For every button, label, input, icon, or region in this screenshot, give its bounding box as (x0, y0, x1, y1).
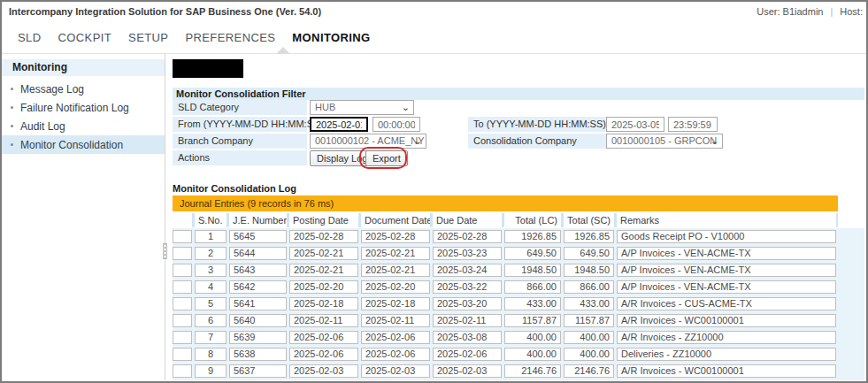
table-cell: 2025-02-18 (289, 297, 358, 310)
row-selector-cell (173, 314, 192, 327)
table-cell: 2025-02-21 (361, 264, 430, 277)
table-body: 156452025-02-282025-02-282025-02-281926.… (173, 228, 864, 380)
tab-sld[interactable]: SLD (18, 31, 42, 44)
consolidation-company-select[interactable]: 0010000105 - GRPCON ⌄ (606, 134, 723, 149)
branch-company-value: 0010000102 - ACME_NY (315, 135, 425, 146)
table-cell: 2025-02-03 (433, 364, 502, 378)
table-cell: 5643 (229, 264, 287, 277)
separator: | (830, 6, 833, 17)
table-cell: 1926.85 (564, 230, 614, 243)
consolidation-company-label: Consolidation Company (468, 134, 606, 149)
sidebar-item-audit-log[interactable]: Audit Log (2, 117, 165, 135)
table-cell: 2 (195, 247, 227, 260)
table-cell: 433.00 (504, 297, 561, 310)
table-cell: 5639 (229, 331, 287, 344)
table-cell: 2146.76 (504, 364, 561, 378)
sidebar-item-label: Failure Notification Log (20, 102, 129, 114)
to-time-input[interactable] (668, 117, 718, 132)
tab-setup[interactable]: SETUP (128, 31, 168, 44)
sidebar-item-failure-notification-log[interactable]: Failure Notification Log (2, 98, 165, 117)
row-selector-cell (173, 230, 192, 243)
table-cell: 2025-02-11 (433, 314, 502, 327)
table-row[interactable]: 756392025-02-062025-02-062025-03-08400.0… (173, 331, 838, 344)
export-button[interactable]: Export (365, 150, 408, 166)
table-cell: 433.00 (564, 297, 614, 310)
sidebar-item-message-log[interactable]: Message Log (2, 80, 165, 98)
table-cell: 7 (195, 331, 227, 344)
from-date-input[interactable] (310, 117, 368, 132)
app-window: Intercompany Integration Solution for SA… (0, 0, 868, 383)
header-selector-cell (173, 213, 192, 227)
branch-company-select[interactable]: 0010000102 - ACME_NY ⌄ (310, 134, 426, 149)
table-row[interactable]: 156452025-02-282025-02-282025-02-281926.… (173, 230, 838, 243)
journal-entries-banner: Journal Entries (9 records in 76 ms) (173, 195, 838, 211)
table-row[interactable]: 956372025-02-032025-02-032025-02-032146.… (173, 364, 838, 378)
table-row[interactable]: 856382025-02-062025-02-062025-02-06400.0… (173, 348, 838, 361)
bullet-icon (11, 125, 13, 127)
redacted-region (173, 59, 243, 78)
tab-monitoring[interactable]: MONITORING (292, 31, 370, 44)
column-header: Document Date (361, 213, 430, 227)
splitter-handle[interactable] (163, 243, 167, 259)
actions-label: Actions (173, 150, 307, 165)
table-cell: 400.00 (504, 348, 561, 361)
table-row[interactable]: 456422025-02-202025-02-202025-03-22866.0… (173, 280, 838, 294)
sld-category-select[interactable]: HUB ⌄ (310, 100, 414, 115)
column-header: Total (LC) (504, 213, 561, 227)
sld-category-value: HUB (315, 102, 335, 112)
table-cell: 2025-03-24 (433, 264, 502, 277)
table-row[interactable]: 356432025-02-212025-02-212025-03-241948.… (173, 264, 838, 277)
table-cell: 400.00 (564, 331, 614, 344)
sidebar-header: Monitoring (2, 59, 165, 76)
table-cell: A/R Invoices - ZZ10000 (617, 331, 836, 344)
sidebar: Monitoring Message Log Failure Notificat… (2, 54, 165, 380)
bullet-icon (11, 143, 13, 146)
table-cell: 2025-02-20 (361, 280, 430, 294)
table-cell: 2025-03-23 (433, 247, 502, 260)
from-time-input[interactable] (373, 117, 420, 132)
bullet-icon (11, 88, 13, 90)
table-row[interactable]: 256442025-02-212025-02-212025-03-23649.5… (173, 247, 838, 260)
column-header: S.No. (195, 213, 227, 227)
table-row[interactable]: 656402025-02-112025-02-112025-02-111157.… (173, 314, 838, 327)
table-cell: 2025-02-21 (289, 247, 358, 260)
table-cell: 2025-02-20 (289, 280, 358, 294)
to-date-input[interactable] (606, 117, 664, 132)
table-cell: Deliveries - ZZ10000 (617, 348, 836, 361)
row-selector-cell (173, 280, 192, 294)
table-cell: A/R Invoices - WC00100001 (617, 364, 836, 378)
table-cell: 8 (195, 348, 227, 361)
table-cell: 2025-02-03 (361, 364, 430, 378)
table-cell: 2025-02-21 (361, 247, 430, 260)
sidebar-item-label: Message Log (20, 83, 84, 96)
table-cell: 9 (195, 364, 227, 378)
chevron-down-icon: ⌄ (414, 134, 422, 147)
tab-preferences[interactable]: PREFERENCES (185, 31, 275, 44)
table-cell: A/R Invoices - WC00100001 (617, 314, 836, 327)
user-host-info: User: B1iadmin | Host: (757, 6, 863, 17)
table-cell: 4 (195, 280, 227, 294)
column-header: Remarks (617, 213, 836, 227)
column-header: Due Date (433, 213, 502, 227)
table-cell: 649.50 (564, 247, 614, 260)
table-cell: 6 (195, 314, 227, 327)
table-cell: 5645 (229, 230, 287, 243)
to-label: To (YYYY-MM-DD HH:MM:SS) (468, 117, 606, 132)
column-header: Posting Date (289, 213, 358, 227)
table-cell: 1948.50 (564, 264, 614, 277)
table-header-row: S.No.J.E. NumberPosting DateDocument Dat… (173, 213, 838, 227)
table-cell: A/R Invoices - CUS-ACME-TX (617, 297, 836, 310)
sidebar-items: Message Log Failure Notification Log Aud… (2, 80, 165, 154)
table-cell: 2025-02-21 (289, 264, 358, 277)
log-section-title: Monitor Consolidation Log (173, 183, 296, 194)
table-cell: 2025-02-28 (361, 230, 430, 243)
sidebar-item-monitor-consolidation[interactable]: Monitor Consolidation (2, 135, 165, 154)
main-panel: Monitor Consolidation Filter SLD Categor… (173, 54, 866, 380)
row-selector-cell (173, 264, 192, 277)
table-cell: 2025-02-11 (361, 314, 430, 327)
table-row[interactable]: 556412025-02-182025-02-182025-03-20433.0… (173, 297, 838, 310)
table-cell: 1 (195, 230, 227, 243)
table-cell: 866.00 (504, 280, 561, 294)
chevron-down-icon: ⌄ (402, 101, 410, 113)
tab-cockpit[interactable]: COCKPIT (58, 31, 112, 44)
